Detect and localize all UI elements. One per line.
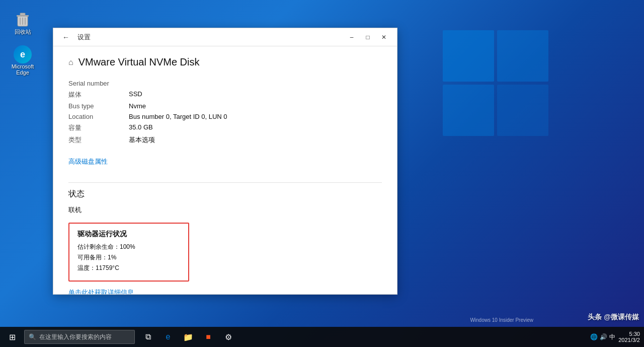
window-title: 设置 — [77, 33, 91, 42]
capacity-value: 35.0 GB — [129, 123, 153, 132]
svg-rect-2 — [20, 13, 25, 15]
bustype-label: Bus type — [68, 102, 129, 110]
clock-date: 2021/3/2 — [618, 337, 640, 343]
recycle-bin-label: 回收站 — [15, 28, 31, 36]
info-table: Serial number 媒体 SSD Bus type Nvme Locat… — [68, 78, 382, 146]
watermark-main: 头条 @微课传媒 — [588, 313, 639, 322]
location-value: Bus number 0, Target ID 0, LUN 0 — [129, 113, 227, 120]
back-button[interactable]: ← — [59, 32, 72, 42]
settings-taskbar-icon[interactable]: ⚙ — [219, 327, 237, 347]
store-icon[interactable]: ■ — [199, 327, 217, 347]
info-row-capacity: 容量 35.0 GB — [68, 122, 382, 134]
watermark: 头条 @微课传媒 — [588, 313, 639, 322]
volume-icon: 🔊 — [600, 333, 607, 340]
search-bar[interactable]: 🔍 在这里输入你要搜索的内容 — [24, 330, 135, 344]
insider-watermark: Windows 10 Insider Preview — [470, 317, 533, 323]
media-label: 媒体 — [68, 90, 129, 99]
clock: 5:30 2021/3/2 — [618, 331, 640, 343]
minimize-button[interactable]: – — [345, 32, 359, 43]
start-button[interactable]: ⊞ — [0, 327, 24, 347]
settings-window: ← 设置 – □ ✕ ⌂ VMware Virtual NVMe Disk Se… — [53, 28, 397, 295]
edge-label: Microsoft Edge — [8, 63, 38, 76]
driver-status-title: 驱动器运行状况 — [77, 230, 180, 239]
media-value: SSD — [129, 90, 142, 99]
title-bar: ← 设置 – □ ✕ — [53, 28, 397, 46]
edge-taskbar-icon[interactable]: e — [159, 327, 177, 347]
divider-1 — [68, 182, 382, 183]
window-content: ⌂ VMware Virtual NVMe Disk Serial number… — [53, 46, 397, 294]
type-value: 基本选项 — [129, 135, 155, 145]
taskview-button[interactable]: ⧉ — [139, 327, 157, 347]
advanced-disk-link[interactable]: 高级磁盘属性 — [68, 157, 108, 166]
search-icon: 🔍 — [29, 333, 36, 340]
home-icon: ⌂ — [68, 58, 73, 67]
taskbar: ⊞ 🔍 在这里输入你要搜索的内容 ⧉ e 📁 ■ ⚙ 🌐 🔊 中 5:30 20… — [0, 327, 644, 347]
location-label: Location — [68, 113, 129, 120]
bustype-value: Nvme — [129, 102, 146, 110]
taskbar-icons: ⧉ e 📁 ■ ⚙ — [139, 327, 237, 347]
detail-link[interactable]: 单击此处获取详细信息 — [68, 288, 134, 294]
info-row-media: 媒体 SSD — [68, 89, 382, 101]
device-title-row: ⌂ VMware Virtual NVMe Disk — [68, 56, 382, 68]
edge-logo: e — [14, 45, 32, 63]
search-placeholder-text: 在这里输入你要搜索的内容 — [39, 333, 112, 341]
close-button[interactable]: ✕ — [377, 32, 391, 43]
device-title: VMware Virtual NVMe Disk — [78, 56, 200, 68]
title-bar-left: ← 设置 — [59, 32, 91, 42]
driver-stat-life: 估计剩余生命：100% — [77, 243, 180, 251]
lang-indicator: 中 — [609, 333, 615, 341]
taskbar-right: 🌐 🔊 中 5:30 2021/3/2 — [590, 331, 644, 343]
clock-time: 5:30 — [618, 331, 640, 337]
driver-stat-spare: 可用备用：1% — [77, 253, 180, 262]
serial-label: Serial number — [68, 80, 129, 87]
window-controls: – □ ✕ — [345, 32, 391, 43]
recycle-bin-icon[interactable]: 回收站 — [8, 10, 38, 36]
capacity-label: 容量 — [68, 123, 129, 132]
driver-status-box: 驱动器运行状况 估计剩余生命：100% 可用备用：1% 温度：11759°C — [68, 223, 189, 282]
status-section-title: 状态 — [68, 189, 382, 199]
info-row-bustype: Bus type Nvme — [68, 101, 382, 111]
network-icon: 🌐 — [590, 333, 598, 340]
info-row-serial: Serial number — [68, 78, 382, 89]
type-label: 类型 — [68, 135, 129, 145]
maximize-button[interactable]: □ — [361, 32, 375, 43]
desktop: 回收站 e Microsoft Edge ← 设置 – □ ✕ ⌂ VMware… — [0, 0, 644, 347]
windows-logo-decoration — [443, 30, 553, 141]
status-value: 联机 — [68, 205, 382, 215]
info-row-location: Location Bus number 0, Target ID 0, LUN … — [68, 111, 382, 122]
info-row-type: 类型 基本选项 — [68, 134, 382, 146]
system-tray: 🌐 🔊 中 — [590, 333, 615, 341]
edge-desktop-icon[interactable]: e Microsoft Edge — [8, 45, 38, 76]
file-explorer-icon[interactable]: 📁 — [179, 327, 197, 347]
driver-stat-temp: 温度：11759°C — [77, 264, 180, 272]
